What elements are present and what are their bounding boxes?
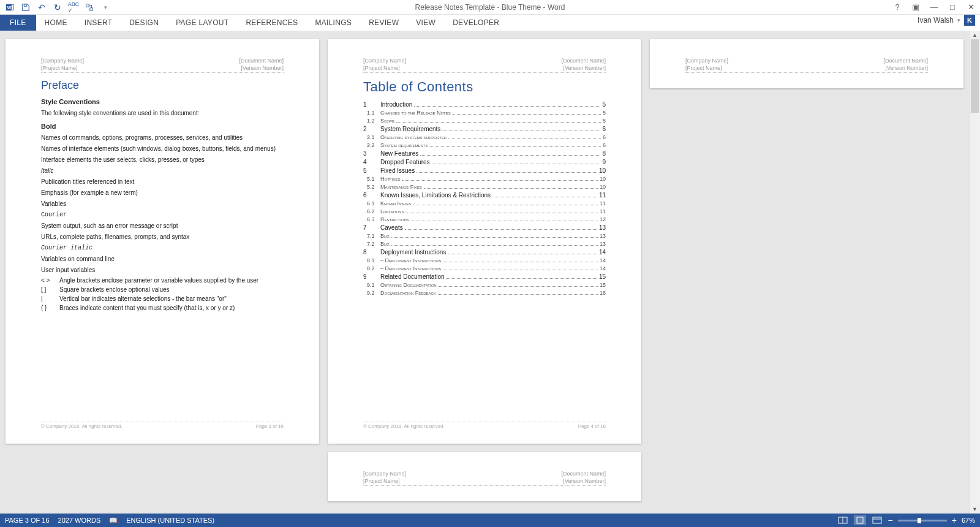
tab-home[interactable]: HOME [36,15,76,31]
user-name: Ivan Walsh [918,16,954,25]
toc-entry[interactable]: 6.3Restrictions12 [363,216,606,222]
save-icon[interactable] [18,1,33,14]
toc-entry[interactable]: 2.1Operating systems supported6 [363,134,606,140]
status-language[interactable]: ENGLISH (UNITED STATES) [126,517,214,524]
toc-entry[interactable]: 7.2Bug 13 [363,241,606,247]
minimize-icon[interactable]: — [927,2,941,12]
tab-view[interactable]: VIEW [407,15,444,31]
page-header: [Company Name][Project Name] [Document N… [363,471,606,486]
toc-entry[interactable]: 2System Requirements6 [363,126,606,132]
tab-developer[interactable]: DEVELOPER [444,15,508,31]
ribbon-display-icon[interactable]: ▣ [909,2,922,12]
status-page[interactable]: PAGE 3 OF 16 [5,517,50,524]
document-page-5[interactable]: [Company Name][Project Name] [Document N… [650,39,963,88]
document-page-4[interactable]: [Company Name][Project Name] [Document N… [328,39,641,444]
toc-entry[interactable]: 8.2 – Deployment Instructions14 [363,265,606,271]
symbol-row: [ ]Square brackets enclose optional valu… [41,286,284,293]
help-icon[interactable]: ? [891,2,904,12]
tab-file[interactable]: FILE [0,15,36,31]
page-header: [Company Name][Project Name] [Document N… [41,58,284,73]
qat-dropdown-icon[interactable]: ▾ [98,1,113,14]
symbol-row: < >Angle brackets enclose parameter or v… [41,277,284,284]
ribbon-tabs: FILE HOME INSERT DESIGN PAGE LAYOUT REFE… [0,15,980,31]
toc-entry[interactable]: 6Known Issues, Limitations & Restriction… [363,192,606,199]
toc-entry[interactable]: 1Introduction5 [363,101,606,108]
quick-access-toolbar: W ↶ ↻ ABC✓ ▾ [0,1,113,14]
tab-references[interactable]: REFERENCES [237,15,306,31]
print-layout-icon[interactable] [854,515,866,525]
toc-entry[interactable]: 8.1 – Deployment Instructions14 [363,257,606,264]
page-footer: © Company 2018. All rights reserved.Page… [41,422,284,429]
document-canvas[interactable]: [Company Name][Project Name] [Document N… [0,31,969,514]
tab-insert[interactable]: INSERT [76,15,121,31]
heading-style-conventions: Style Conventions [41,98,284,105]
svg-rect-5 [90,7,92,10]
vertical-scrollbar[interactable]: ▲ ▼ [969,31,980,514]
svg-rect-3 [24,4,26,6]
status-words[interactable]: 2027 WORDS [58,517,101,524]
toc-entry[interactable]: 4Dropped Features9 [363,159,606,165]
toc-entry[interactable]: 5Fixed Issues10 [363,167,606,174]
svg-rect-4 [86,4,89,6]
symbol-row: { }Braces indicate content that you must… [41,305,284,311]
svg-text:W: W [7,5,12,9]
scroll-down-icon[interactable]: ▼ [970,505,980,514]
zoom-in-button[interactable]: + [952,515,957,525]
page-footer: © Company 2018. All rights reserved.Page… [363,422,606,429]
toc-entry[interactable]: 6.1Known Issues11 [363,200,606,207]
toc-entry[interactable]: 5.1Hotfixes10 [363,176,606,182]
toc-entry[interactable]: 7Caveats13 [363,224,606,231]
svg-rect-9 [873,517,881,523]
symbol-row: |Vertical bar indicates alternate select… [41,295,284,302]
svg-rect-1 [12,4,14,10]
title-bar: W ↶ ↻ ABC✓ ▾ Release Notes Template - Bl… [0,0,980,15]
tab-review[interactable]: REVIEW [360,15,407,31]
toc-entry[interactable]: 9Related Documentation15 [363,273,606,280]
toc-list: 1Introduction51.1Changes to the Release … [363,101,606,296]
zoom-out-button[interactable]: − [888,515,893,525]
scroll-up-icon[interactable]: ▲ [970,31,980,39]
user-area[interactable]: Ivan Walsh ▾ K [918,15,975,26]
toc-entry[interactable]: 9.1Obtaining Documentation15 [363,282,606,288]
maximize-icon[interactable]: □ [946,2,959,12]
web-layout-icon[interactable] [871,515,883,525]
toc-entry[interactable]: 6.2Limitations11 [363,208,606,214]
svg-rect-8 [857,517,863,523]
toc-entry[interactable]: 8Deployment Instructions14 [363,249,606,256]
toc-entry[interactable]: 5.2Maintenance Fixes10 [363,184,606,190]
tab-mailings[interactable]: MAILINGS [306,15,360,31]
page-header: [Company Name][Project Name] [Document N… [363,58,606,73]
word-icon: W [2,1,17,14]
template-icon[interactable] [82,1,97,14]
close-icon[interactable]: ✕ [964,2,978,12]
heading-preface: Preface [41,79,284,92]
read-mode-icon[interactable] [837,515,849,525]
document-page-3[interactable]: [Company Name][Project Name] [Document N… [6,39,319,444]
window-title: Release Notes Template - Blue Theme - Wo… [415,3,565,12]
window-controls: ? ▣ — □ ✕ [891,2,978,12]
page-header: [Company Name][Project Name] [Document N… [685,58,928,73]
zoom-slider[interactable] [898,520,947,521]
toc-entry[interactable]: 1.1Changes to the Release Notes5 [363,110,606,116]
tab-page-layout[interactable]: PAGE LAYOUT [167,15,237,31]
toc-entry[interactable]: 7.1Bug 13 [363,233,606,239]
toc-entry[interactable]: 3New Features8 [363,150,606,157]
toc-entry[interactable]: 2.2System requirements6 [363,142,606,148]
tab-design[interactable]: DESIGN [121,15,167,31]
spellcheck-status-icon[interactable]: 📖 [109,517,118,525]
toc-entry[interactable]: 1.2Scope5 [363,118,606,124]
undo-icon[interactable]: ↶ [34,1,49,14]
heading-toc: Table of Contents [363,79,606,95]
document-page-6[interactable]: [Company Name][Project Name] [Document N… [328,452,641,501]
spellcheck-icon[interactable]: ABC✓ [66,1,81,14]
user-badge: K [964,15,975,26]
status-bar: PAGE 3 OF 16 2027 WORDS 📖 ENGLISH (UNITE… [0,514,980,527]
scrollbar-thumb[interactable] [971,39,979,113]
zoom-level[interactable]: 67% [962,517,975,524]
redo-icon[interactable]: ↻ [50,1,65,14]
toc-entry[interactable]: 9.2Documentation Feedback16 [363,290,606,296]
